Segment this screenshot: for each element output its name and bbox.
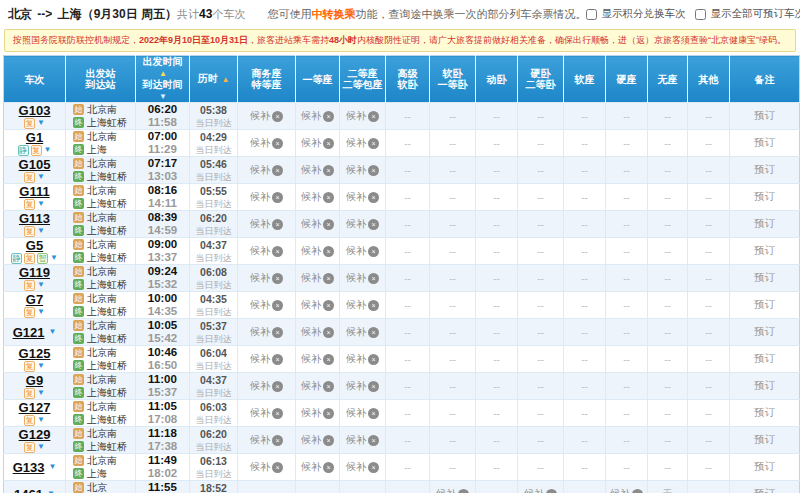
book-button[interactable]: 预订 [754, 352, 775, 364]
points-exchange-checkbox[interactable] [586, 9, 597, 20]
expand-arrow-icon[interactable]: ▼ [37, 173, 45, 181]
expand-arrow-icon[interactable]: ▼ [37, 389, 45, 397]
checkbox-show-all-bookable[interactable]: 显示全部可预订车次 [695, 7, 800, 21]
book-button[interactable]: 预订 [754, 460, 775, 472]
expand-arrow-icon[interactable]: ▼ [50, 254, 58, 262]
book-button[interactable]: 预订 [754, 217, 775, 229]
train-number-link[interactable]: G1 [26, 130, 43, 145]
train-number-link[interactable]: G113 [19, 211, 50, 226]
waitlist-link[interactable]: 候补× [301, 460, 334, 474]
waitlist-link[interactable]: 候补× [346, 352, 379, 366]
waitlist-link[interactable]: 候补× [346, 217, 379, 231]
expand-arrow-icon[interactable]: ▼ [37, 281, 45, 289]
waitlist-link[interactable]: 候补× [346, 298, 379, 312]
waitlist-link[interactable]: 候补× [250, 136, 283, 150]
book-button[interactable]: 预订 [754, 163, 775, 175]
waitlist-link[interactable]: 候补× [346, 163, 379, 177]
waitlist-link[interactable]: 候补× [250, 433, 283, 447]
train-number-link[interactable]: G125 [19, 346, 51, 361]
expand-arrow-icon[interactable]: ▼ [37, 443, 45, 451]
waitlist-link[interactable]: 候补× [436, 487, 469, 493]
waitlist-link[interactable]: 候补× [346, 190, 379, 204]
book-button[interactable]: 预订 [754, 487, 775, 493]
waitlist-link[interactable]: 候补× [524, 487, 557, 493]
waitlist-link[interactable]: 候补× [346, 271, 379, 285]
waitlist-link[interactable]: 候补× [250, 379, 283, 393]
train-number-link[interactable]: G7 [26, 292, 43, 307]
book-button[interactable]: 预订 [754, 244, 775, 256]
book-button[interactable]: 预订 [754, 298, 775, 310]
waitlist-link[interactable]: 候补× [301, 163, 334, 177]
waitlist-link[interactable]: 候补× [301, 271, 334, 285]
waitlist-link[interactable]: 候补× [250, 244, 283, 258]
waitlist-link[interactable]: 候补× [346, 406, 379, 420]
train-number-link[interactable]: G127 [19, 400, 51, 415]
expand-arrow-icon[interactable]: ▼ [37, 119, 45, 127]
waitlist-link[interactable]: 候补× [250, 271, 283, 285]
train-number-link[interactable]: G121 [13, 326, 45, 339]
waitlist-link[interactable]: 候补× [301, 244, 334, 258]
waitlist-link[interactable]: 候补× [610, 487, 643, 493]
sort-icon[interactable]: ▲ [221, 75, 229, 84]
train-number-link[interactable]: G105 [19, 157, 51, 172]
waitlist-link[interactable]: 候补× [301, 379, 334, 393]
train-number-link[interactable]: G129 [19, 427, 51, 442]
waitlist-link[interactable]: 候补× [250, 190, 283, 204]
expand-arrow-icon[interactable]: ▼ [37, 308, 45, 316]
book-button[interactable]: 预订 [754, 433, 775, 445]
waitlist-link[interactable]: 候补× [301, 217, 334, 231]
waitlist-link[interactable]: 候补× [301, 190, 334, 204]
train-number-link[interactable]: 1461 [14, 488, 43, 493]
waitlist-link[interactable]: 候补× [346, 244, 379, 258]
sort-icon[interactable]: ▲ [159, 69, 167, 78]
train-number-link[interactable]: G9 [26, 373, 43, 388]
seat-cell: -- [430, 211, 476, 238]
waitlist-link[interactable]: 候补× [301, 298, 334, 312]
waitlist-link[interactable]: 候补× [346, 109, 379, 123]
waitlist-link[interactable]: 候补× [346, 379, 379, 393]
waitlist-link[interactable]: 候补× [301, 352, 334, 366]
waitlist-link[interactable]: 候补× [301, 433, 334, 447]
train-number-link[interactable]: G5 [26, 238, 43, 253]
book-button[interactable]: 预订 [754, 325, 775, 337]
waitlist-link[interactable]: 候补× [250, 406, 283, 420]
waitlist-link[interactable]: 候补× [250, 109, 283, 123]
expand-arrow-icon[interactable]: ▼ [37, 362, 45, 370]
waitlist-link[interactable]: 候补× [346, 433, 379, 447]
expand-arrow-icon[interactable]: ▼ [37, 227, 45, 235]
book-button[interactable]: 预订 [754, 190, 775, 202]
waitlist-link[interactable]: 候补× [301, 325, 334, 339]
sort-icon[interactable]: ▼ [159, 92, 167, 101]
waitlist-link[interactable]: 候补× [250, 163, 283, 177]
waitlist-link[interactable]: 候补× [250, 325, 283, 339]
checkbox-points-exchange[interactable]: 显示积分兑换车次 [586, 7, 685, 21]
book-button[interactable]: 预订 [754, 406, 775, 418]
book-button[interactable]: 预订 [754, 271, 775, 283]
expand-arrow-icon[interactable]: ▼ [44, 146, 52, 154]
column-header[interactable]: 历时 ▲ [190, 56, 238, 103]
expand-arrow-icon[interactable]: ▼ [48, 463, 56, 471]
column-header[interactable]: 出发时间 ▲到达时间 ▼ [136, 56, 190, 103]
waitlist-link[interactable]: 候补× [346, 325, 379, 339]
waitlist-link[interactable]: 候补× [250, 460, 283, 474]
expand-arrow-icon[interactable]: ▼ [48, 328, 56, 336]
expand-arrow-icon[interactable]: ▼ [37, 200, 45, 208]
train-number-link[interactable]: G119 [19, 265, 50, 280]
train-number-link[interactable]: G111 [19, 184, 49, 199]
waitlist-link[interactable]: 候补× [301, 109, 334, 123]
book-button[interactable]: 预订 [754, 136, 775, 148]
book-button[interactable]: 预订 [754, 379, 775, 391]
waitlist-link[interactable]: 候补× [301, 136, 334, 150]
waitlist-link[interactable]: 候补× [301, 406, 334, 420]
expand-arrow-icon[interactable]: ▼ [37, 416, 45, 424]
waitlist-link[interactable]: 候补× [250, 298, 283, 312]
waitlist-link[interactable]: 候补× [346, 460, 379, 474]
waitlist-link[interactable]: 候补× [250, 352, 283, 366]
train-number-link[interactable]: G103 [19, 103, 51, 118]
book-button[interactable]: 预订 [754, 109, 775, 121]
show-all-bookable-checkbox[interactable] [695, 9, 706, 20]
waitlist-link[interactable]: 候补× [346, 136, 379, 150]
waitlist-link[interactable]: 候补× [250, 217, 283, 231]
seat-cell: 候补× [340, 454, 386, 481]
train-number-link[interactable]: G133 [13, 461, 45, 474]
